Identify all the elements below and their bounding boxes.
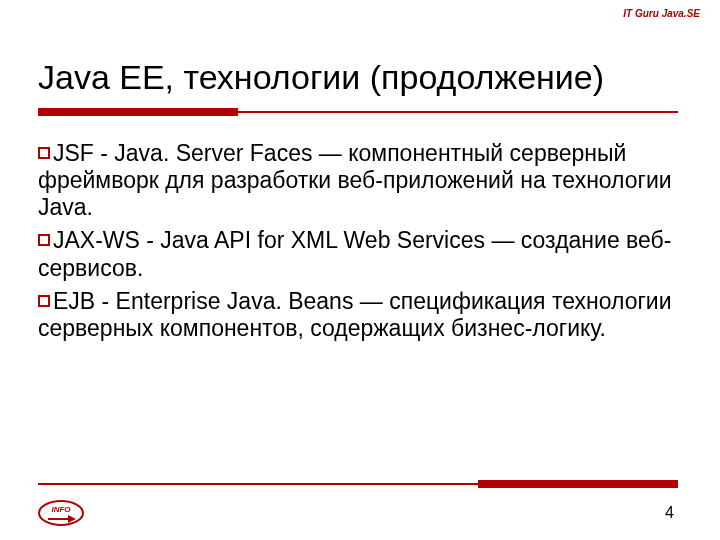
bullet-marker-icon: [38, 147, 50, 159]
footer-underline: [38, 478, 678, 488]
bullet-item: EJB - Enterprise Java. Beans — специфика…: [38, 288, 686, 342]
header-course-label: IT Guru Java.SE: [623, 8, 700, 19]
slide-title: Java EE, технологии (продолжение): [38, 58, 690, 97]
bullet-text: JSF - Java. Server Faces — компонентный …: [38, 140, 672, 220]
footer-underline-thick: [478, 480, 678, 488]
underline-thick: [38, 108, 238, 116]
bullet-marker-icon: [38, 234, 50, 246]
page-number: 4: [665, 504, 674, 522]
logo-text: INFO: [51, 505, 71, 514]
logo-icon: INFO: [38, 500, 84, 526]
bullet-item: JSF - Java. Server Faces — компонентный …: [38, 140, 686, 221]
bullet-text: JAX-WS - Java API for XML Web Services —…: [38, 227, 671, 280]
bullet-item: JAX-WS - Java API for XML Web Services —…: [38, 227, 686, 281]
title-underline: [38, 108, 678, 118]
underline-thin: [238, 111, 678, 113]
bullet-marker-icon: [38, 295, 50, 307]
slide-body: JSF - Java. Server Faces — компонентный …: [38, 140, 686, 348]
slide: IT Guru Java.SE Java EE, технологии (про…: [0, 0, 720, 540]
bullet-text: EJB - Enterprise Java. Beans — специфика…: [38, 288, 672, 341]
